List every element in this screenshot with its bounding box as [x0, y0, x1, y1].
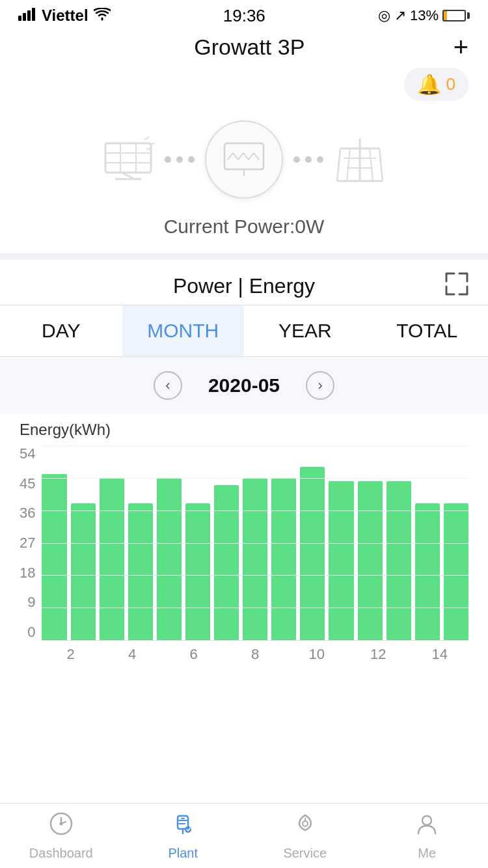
svg-line-29	[347, 148, 350, 181]
bar-col-14	[444, 445, 468, 640]
svg-point-38	[303, 821, 308, 826]
location-icon: ◎	[378, 7, 390, 24]
battery-area: ◎ ↗ 13%	[378, 7, 470, 24]
svg-line-16	[233, 153, 238, 160]
bar-8	[271, 478, 296, 640]
nav-me[interactable]: Me	[366, 811, 489, 861]
bars-area	[42, 445, 468, 641]
svg-point-37	[185, 826, 191, 833]
svg-line-30	[370, 148, 373, 181]
bar-11	[358, 481, 383, 640]
bar-col-2	[100, 445, 124, 640]
bar-col-9	[300, 445, 325, 640]
prev-date-button[interactable]: ‹	[154, 371, 182, 400]
svg-line-27	[337, 148, 340, 181]
time: 19:36	[223, 6, 265, 26]
tab-day[interactable]: DAY	[0, 305, 122, 356]
chart-section: Power | Energy DAY MONTH YEAR TOTAL ‹ 20…	[0, 260, 488, 676]
bar-col-8	[271, 445, 296, 640]
nav-service[interactable]: Service	[244, 811, 366, 861]
bar-14	[444, 503, 468, 640]
next-date-button[interactable]: ›	[306, 371, 334, 400]
y-tick-9: 9	[27, 594, 35, 611]
svg-line-15	[228, 153, 233, 160]
bar-9	[300, 467, 325, 640]
x-tick-2: 2	[42, 646, 100, 663]
y-tick-18: 18	[20, 565, 35, 581]
bars-wrapper: 2 4 6 8 10 12 14	[42, 445, 468, 663]
bar-7	[243, 478, 267, 640]
svg-rect-0	[18, 16, 21, 21]
solar-icon	[102, 137, 154, 182]
x-axis: 2 4 6 8 10 12 14	[42, 641, 468, 663]
plant-icon	[170, 811, 195, 842]
me-icon	[414, 811, 439, 842]
y-tick-27: 27	[20, 535, 35, 552]
bar-col-5	[185, 445, 210, 640]
nav-plant[interactable]: Plant	[122, 811, 245, 861]
bar-10	[329, 481, 353, 640]
svg-rect-3	[32, 8, 35, 21]
signal-icon	[18, 7, 36, 25]
bar-col-11	[358, 445, 383, 640]
bar-6	[214, 485, 239, 640]
svg-point-40	[422, 816, 431, 825]
flow-dots-left	[154, 156, 205, 163]
bar-13	[415, 503, 440, 640]
bar-col-3	[128, 445, 153, 640]
x-tick-6: 6	[165, 646, 223, 663]
svg-point-34	[59, 822, 62, 825]
bar-1	[71, 503, 96, 640]
bar-5	[185, 503, 210, 640]
status-bar: Viettel 19:36 ◎ ↗ 13%	[0, 0, 488, 29]
x-tick-8: 8	[226, 646, 284, 663]
bar-col-13	[415, 445, 440, 640]
carrier: Viettel	[18, 7, 111, 25]
expand-icon[interactable]	[445, 272, 468, 300]
alert-badge[interactable]: 🔔 0	[404, 68, 468, 101]
add-button[interactable]: +	[454, 34, 468, 60]
svg-line-18	[243, 153, 249, 160]
bar-col-0	[42, 445, 66, 640]
bar-4	[157, 478, 182, 640]
carrier-name: Viettel	[42, 7, 88, 25]
battery-percent: 13%	[410, 7, 439, 24]
wifi-icon	[94, 7, 111, 25]
svg-rect-1	[23, 13, 26, 21]
tab-month[interactable]: MONTH	[122, 305, 245, 356]
svg-line-20	[254, 153, 259, 160]
bar-col-7	[243, 445, 267, 640]
x-tick-10: 10	[288, 646, 346, 663]
svg-rect-4	[105, 143, 151, 173]
svg-line-11	[144, 137, 149, 140]
bar-3	[128, 503, 153, 640]
chart-area: Energy(kWh) 54 45 36 27 18 9 0	[0, 414, 488, 663]
power-flow	[0, 107, 488, 205]
bar-col-6	[214, 445, 239, 640]
svg-line-17	[238, 153, 243, 160]
chart-tabs: DAY MONTH YEAR TOTAL	[0, 305, 488, 357]
x-tick-12: 12	[349, 646, 407, 663]
chart-header: Power | Energy	[0, 260, 488, 305]
inverter-icon[interactable]	[205, 120, 283, 199]
tab-year[interactable]: YEAR	[244, 305, 366, 356]
bar-col-12	[386, 445, 411, 640]
alert-count: 0	[446, 74, 455, 94]
y-tick-54: 54	[20, 445, 35, 462]
flow-dots-right	[283, 156, 334, 163]
bar-col-4	[157, 445, 182, 640]
plant-label: Plant	[168, 846, 198, 861]
current-date: 2020-05	[208, 374, 280, 397]
bar-2	[100, 478, 124, 640]
page-title: Growatt 3P	[194, 35, 305, 60]
y-tick-45: 45	[20, 475, 35, 492]
y-tick-36: 36	[20, 505, 35, 522]
date-navigation: ‹ 2020-05 ›	[0, 357, 488, 414]
y-axis: 54 45 36 27 18 9 0	[20, 445, 42, 660]
chart-container: 54 45 36 27 18 9 0	[13, 445, 475, 663]
current-power: Current Power:0W	[0, 205, 488, 253]
dashboard-icon	[49, 811, 74, 842]
bar-12	[386, 481, 411, 640]
tab-total[interactable]: TOTAL	[366, 305, 489, 356]
nav-dashboard[interactable]: Dashboard	[0, 811, 122, 861]
